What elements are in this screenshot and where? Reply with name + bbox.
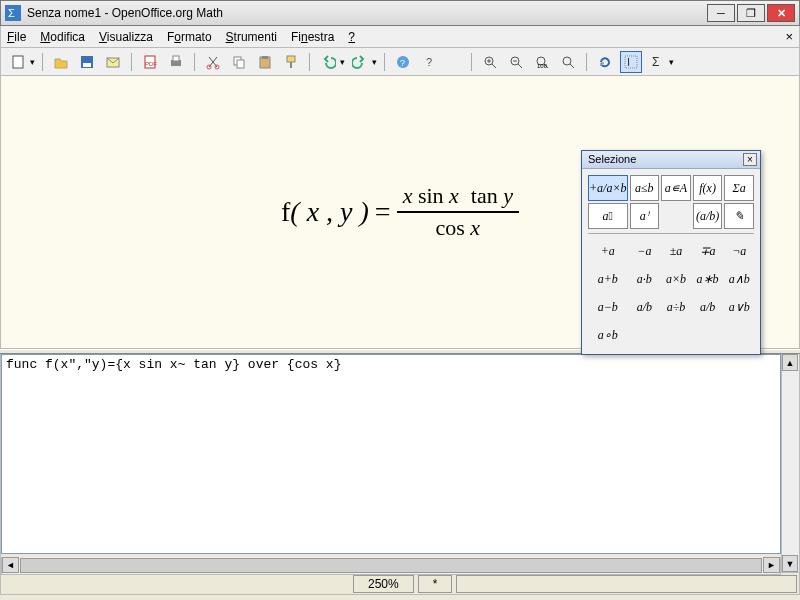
scroll-right-icon[interactable]: ► [763,557,780,573]
op-a-minus-b[interactable]: a−b [588,294,628,320]
pdf-button[interactable]: PDF [139,51,161,73]
formula-code-input[interactable]: func f(x","y)={x sin x~ tan y} over {cos… [1,354,781,554]
close-button[interactable]: ✕ [767,4,795,22]
separator [586,53,587,71]
op-a-slash-b[interactable]: a/b [693,294,723,320]
cat-others[interactable]: aꜝ [630,203,660,229]
svg-text:Σ: Σ [8,7,15,19]
op-a-frac-b[interactable]: a/b [630,294,660,320]
menu-help[interactable]: ? [348,30,355,44]
cat-empty [661,203,691,229]
new-dropdown[interactable]: ▾ [30,57,35,67]
formula-cursor-button[interactable]: I [620,51,642,73]
status-message [456,575,797,593]
equals-sign: = [375,196,391,228]
zoom-fit-button[interactable] [557,51,579,73]
redo-button[interactable] [349,51,371,73]
paste-button[interactable] [254,51,276,73]
svg-text:100: 100 [537,63,548,69]
standard-toolbar: ▾ PDF ▾ ▾ ? ? 100 I Σ ▾ [0,48,800,76]
status-bar: 250% * [0,573,800,595]
cat-operators[interactable]: Σa [724,175,754,201]
scroll-down-icon[interactable]: ▼ [782,555,798,572]
copy-button[interactable] [228,51,250,73]
separator [194,53,195,71]
separator [131,53,132,71]
svg-text:?: ? [426,56,432,68]
cat-brackets[interactable]: (a/b) [693,203,723,229]
scroll-left-icon[interactable]: ◄ [2,557,19,573]
op-not-a[interactable]: ¬a [724,238,754,264]
selection-categories: +a/a×b a≤b a∊A f(x) Σa a⃗ aꜝ (a/b) ✎ +a … [582,169,760,354]
document-close-icon[interactable]: × [785,29,793,44]
undo-button[interactable] [317,51,339,73]
cat-attributes[interactable]: a⃗ [588,203,628,229]
open-button[interactable] [50,51,72,73]
op-pm-a[interactable]: ±a [661,238,691,264]
op-a-times-b[interactable]: a×b [661,266,691,292]
op-a-plus-b[interactable]: a+b [588,266,628,292]
separator [471,53,472,71]
op-minus-a[interactable]: −a [630,238,660,264]
menu-file[interactable]: File [7,30,26,44]
menu-formato[interactable]: Formato [167,30,212,44]
zoom-in-button[interactable] [479,51,501,73]
refresh-button[interactable] [594,51,616,73]
op-mp-a[interactable]: ∓a [693,238,723,264]
cat-functions[interactable]: f(x) [693,175,723,201]
horizontal-scrollbar[interactable]: ◄ ► [1,557,781,575]
cat-formats[interactable]: ✎ [724,203,754,229]
svg-rect-16 [287,56,295,62]
svg-rect-13 [237,60,244,68]
scroll-thumb[interactable] [20,558,762,573]
separator [42,53,43,71]
op-a-star-b[interactable]: a∗b [693,266,723,292]
svg-text:PDF: PDF [145,61,157,67]
window-buttons: ─ ❐ ✕ [707,4,795,22]
op-a-circ-b[interactable]: a∘b [588,322,628,348]
help-web-button[interactable]: ? [392,51,414,73]
toolbar-overflow[interactable]: ▾ [669,57,674,67]
rendered-formula: f( x , y ) = x sin x tan y cos x [281,183,519,241]
op-a-dot-b[interactable]: a·b [630,266,660,292]
op-a-or-b[interactable]: a∨b [724,294,754,320]
minimize-button[interactable]: ─ [707,4,735,22]
svg-rect-9 [173,56,179,61]
menu-strumenti[interactable]: Strumenti [226,30,277,44]
selection-panel-close-icon[interactable]: × [743,153,757,166]
cat-set-ops[interactable]: a∊A [661,175,691,201]
svg-rect-4 [83,63,91,67]
menu-modifica[interactable]: Modifica [40,30,85,44]
sigma-button[interactable]: Σ [646,51,668,73]
vertical-scrollbar[interactable]: ▲ ▼ [781,354,799,572]
cut-button[interactable] [202,51,224,73]
svg-rect-2 [13,56,23,68]
format-paint-button[interactable] [280,51,302,73]
cat-unary-binary[interactable]: +a/a×b [588,175,628,201]
op-plus-a[interactable]: +a [588,238,628,264]
selection-panel-title[interactable]: Selezione × [582,151,760,169]
maximize-button[interactable]: ❐ [737,4,765,22]
save-button[interactable] [76,51,98,73]
zoom-level[interactable]: 250% [353,575,414,593]
op-a-and-b[interactable]: a∧b [724,266,754,292]
menu-visualizza[interactable]: Visualizza [99,30,153,44]
selection-panel[interactable]: Selezione × +a/a×b a≤b a∊A f(x) Σa a⃗ aꜝ… [581,150,761,355]
cat-relations[interactable]: a≤b [630,175,660,201]
separator [384,53,385,71]
menu-finestra[interactable]: Finestra [291,30,334,44]
zoom-out-button[interactable] [505,51,527,73]
scroll-up-icon[interactable]: ▲ [782,354,798,371]
mail-button[interactable] [102,51,124,73]
formula-func-name: f [281,196,290,227]
svg-text:I: I [627,56,630,68]
undo-dropdown[interactable]: ▾ [340,57,345,67]
new-button[interactable] [7,51,29,73]
window-title: Senza nome1 - OpenOffice.org Math [27,6,707,20]
redo-dropdown[interactable]: ▾ [372,57,377,67]
help-button[interactable]: ? [418,51,440,73]
print-button[interactable] [165,51,187,73]
op-a-div-b[interactable]: a÷b [661,294,691,320]
zoom-100-button[interactable]: 100 [531,51,553,73]
selection-panel-title-text: Selezione [588,153,636,165]
